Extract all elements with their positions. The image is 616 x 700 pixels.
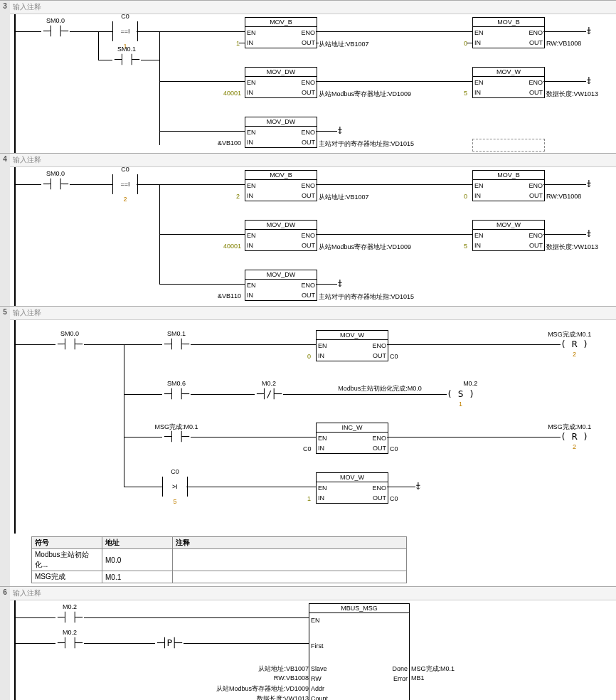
fbox-mov-b-2a[interactable]: MOV_B EN ENO IN OUT bbox=[245, 170, 317, 201]
fbox-mov-dw-1a[interactable]: MOV_DW EN ENO IN OUT bbox=[245, 67, 317, 98]
coil-reset-msg[interactable]: MSG完成:M0.1 ( R ) 2 bbox=[561, 339, 588, 349]
contact-sm00[interactable]: SM0.0 ─┤ ├─ bbox=[55, 339, 84, 351]
contact-sm00[interactable]: SM0.0 ─┤ ├─ bbox=[41, 179, 70, 191]
network-3: 3 输入注释 SM0.0 ─┤ ├─ C0 ==I 1 SM0.1 bbox=[0, 0, 616, 153]
network-comment[interactable]: 输入注释 bbox=[10, 587, 616, 600]
contact-msg-done[interactable]: MSG完成:M0.1 ─┤ ├─ bbox=[162, 431, 191, 444]
terminator-icon: ⤈ bbox=[414, 480, 423, 492]
compare-c0-eq-2[interactable]: C0 ==I 2 bbox=[112, 174, 138, 194]
terminator-icon: ⤈ bbox=[585, 228, 593, 239]
network-number: 4 bbox=[0, 154, 10, 306]
terminator-icon: ⤈ bbox=[336, 277, 344, 289]
network-6: 6 输入注释 M0.2 ─┤ ├─ M0.2 ─┤ ├─ ─┤P├─ bbox=[0, 586, 616, 700]
coil-reset-msg-2[interactable]: MSG完成:M0.1 ( R ) 2 bbox=[561, 431, 588, 442]
network-5: 5 输入注释 SM0.0 ─┤ ├─ SM0.1 ─┤ ├─ MOV_W EN … bbox=[0, 306, 616, 586]
network-comment[interactable]: 输入注释 bbox=[10, 1, 616, 14]
compare-c0-gt-5[interactable]: C0 >I 5 bbox=[162, 477, 188, 497]
contact-m02-a[interactable]: M0.2 ─┤ ├─ bbox=[55, 612, 84, 625]
fbox-inc-w[interactable]: INC_W EN ENO IN OUT bbox=[316, 423, 388, 454]
fbox-mbus-msg[interactable]: MBUS_MSG EN First Slave RW Addr Count Da… bbox=[309, 603, 410, 700]
fbox-mov-b-1b[interactable]: MOV_B EN ENO IN OUT bbox=[472, 17, 545, 48]
contact-sm01[interactable]: SM0.1 ─┤ ├─ bbox=[162, 339, 191, 351]
compare-c0-eq-1[interactable]: C0 ==I 1 bbox=[112, 21, 138, 41]
contact-m02-b[interactable]: M0.2 ─┤ ├─ bbox=[55, 637, 84, 650]
network-4: 4 输入注释 SM0.0 ─┤ ├─ C0 ==I 2 MOV_B EN ENO bbox=[0, 153, 616, 306]
terminator-icon: ⤈ bbox=[585, 25, 593, 36]
contact-sm00[interactable]: SM0.0 ─┤ ├─ bbox=[41, 26, 70, 38]
fbox-mov-w-2b[interactable]: MOV_W EN ENO IN OUT bbox=[472, 220, 545, 251]
terminator-icon: ⤈ bbox=[585, 75, 593, 86]
contact-m02-nc[interactable]: M0.2 ─┤/├─ bbox=[255, 388, 283, 401]
network-comment[interactable]: 输入注释 bbox=[10, 154, 616, 167]
fbox-mov-w-5b[interactable]: MOV_W EN ENO IN OUT bbox=[316, 472, 388, 504]
terminator-icon: ⤈ bbox=[336, 124, 344, 136]
fbox-mov-dw-2a[interactable]: MOV_DW EN ENO IN OUT bbox=[245, 220, 317, 251]
fbox-mov-w-5a[interactable]: MOV_W EN ENO IN OUT bbox=[316, 330, 388, 361]
network-number: 3 bbox=[0, 1, 10, 153]
fbox-mov-dw-1c[interactable]: MOV_DW EN ENO IN OUT bbox=[245, 117, 317, 148]
placeholder-box bbox=[472, 139, 545, 152]
table-row: Modbus主站初始化... M0.0 bbox=[32, 549, 407, 571]
network-comment[interactable]: 输入注释 bbox=[10, 307, 616, 320]
fbox-mov-dw-2c[interactable]: MOV_DW EN ENO IN OUT bbox=[245, 270, 317, 301]
network-number: 5 bbox=[0, 307, 10, 586]
coil-set-m02[interactable]: M0.2 ( S ) 1 bbox=[447, 388, 474, 399]
symbol-table: 符号 地址 注释 Modbus主站初始化... M0.0 MSG完成 M0.1 bbox=[31, 536, 407, 583]
network-number: 6 bbox=[0, 587, 10, 700]
terminator-icon: ⤈ bbox=[585, 178, 593, 189]
contact-sm06[interactable]: SM0.6 ─┤ ├─ bbox=[162, 388, 191, 401]
contact-pulse[interactable]: ─┤P├─ bbox=[155, 637, 184, 650]
contact-sm01[interactable]: SM0.1 ─┤ ├─ bbox=[112, 54, 141, 67]
table-row: MSG完成 M0.1 bbox=[32, 571, 407, 583]
fbox-mov-b-2b[interactable]: MOV_B EN ENO IN OUT bbox=[472, 170, 545, 201]
fbox-mov-b-1a[interactable]: MOV_B EN ENO IN OUT bbox=[245, 17, 317, 48]
fbox-mov-w-1b[interactable]: MOV_W EN ENO IN OUT bbox=[472, 67, 545, 98]
